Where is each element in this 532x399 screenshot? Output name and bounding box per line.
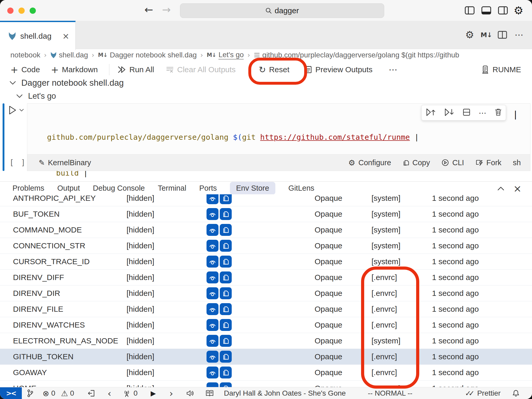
table-row[interactable]: GITHUB_TOKEN [hidden] Opaque [.envrc] 1 … [0,349,532,365]
execute-above-button[interactable] [425,108,436,118]
copy-secret-button[interactable] [220,335,232,347]
reveal-secret-button[interactable] [207,240,218,252]
panel-close-icon[interactable]: × [512,183,523,194]
copy-secret-button[interactable] [220,367,232,378]
reveal-secret-button[interactable] [207,335,218,347]
copy-secret-button[interactable] [220,382,232,387]
reveal-secret-button[interactable] [207,351,218,363]
reading-indicator[interactable] [205,387,214,399]
prettier-indicator[interactable]: ✓✓ Prettier [465,387,501,399]
configure-button[interactable]: ⚙ Configure [348,158,391,167]
reveal-secret-button[interactable] [207,194,218,204]
back-button[interactable]: ← [144,4,153,16]
panel-tab-debug-console[interactable]: Debug Console [93,182,145,195]
table-row[interactable]: ANTHROPIC_API_KEY [hidden] Opaque [syste… [0,194,532,206]
runme-button[interactable]: RUNME [481,61,521,78]
focus-indicator[interactable] [87,387,95,399]
cell-language[interactable]: sh [513,158,521,167]
chevron-right-indicator[interactable]: › [169,387,173,399]
reveal-secret-button[interactable] [207,382,218,387]
minimize-traffic-light[interactable] [18,8,25,14]
cell-more-actions-icon[interactable]: ⋯ [479,108,487,117]
more-actions-icon[interactable]: ⋯ [512,29,526,41]
panel-tab-env-store[interactable]: Env Store [230,182,275,195]
toggle-panel-button[interactable] [480,5,493,16]
panel-tab-output[interactable]: Output [57,182,80,195]
reset-button[interactable]: ↻ Reset [259,61,289,78]
notebook-settings-gear-icon[interactable]: ⚙ [463,29,476,41]
copy-button[interactable]: Copy [403,158,430,167]
copy-secret-button[interactable] [220,303,232,315]
vim-mode-indicator[interactable]: -- NORMAL -- [368,387,413,399]
toggle-secondary-sidebar-button[interactable] [497,5,509,16]
breadcrumb-item[interactable]: notebook [10,51,40,59]
kernel-selector[interactable]: ✎ KernelBinary [39,158,91,167]
chevron-down-icon[interactable] [9,81,16,85]
table-row[interactable]: GOAWAY [hidden] Opaque [.envrc] 1 second… [0,365,532,381]
cli-button[interactable]: CLI [441,158,464,167]
copy-secret-button[interactable] [220,271,232,283]
copy-secret-button[interactable] [220,194,232,204]
delete-cell-button[interactable] [495,108,502,117]
run-cell-button[interactable] [8,105,24,115]
markdown-export-icon[interactable]: M↓ [480,29,493,41]
breadcrumb-item[interactable]: M↓Let's go [207,51,244,59]
split-editor-icon[interactable] [496,29,509,41]
now-playing-text[interactable]: Daryl Hall & John Oates - She's Gone [224,387,346,399]
copy-secret-button[interactable] [220,224,232,236]
run-all-button[interactable]: Run All [117,61,154,78]
close-traffic-light[interactable] [7,8,14,14]
table-row[interactable]: DIRENV_DIR [hidden] Opaque [.envrc] 1 se… [0,285,532,301]
panel-tab-gitlens[interactable]: GitLens [288,182,314,195]
forward-button[interactable]: → [162,4,171,16]
breadcrumb-item[interactable]: github.com/purpleclay/daggerverse/golang… [254,51,459,59]
copy-secret-button[interactable] [220,319,232,331]
copy-secret-button[interactable] [220,256,232,268]
source-control-indicator[interactable] [26,387,34,399]
reveal-secret-button[interactable] [207,256,218,268]
code-link[interactable]: https://github.com/stateful/runme [260,133,410,142]
execute-below-button[interactable] [444,108,454,118]
chevron-down-icon[interactable] [16,94,23,98]
volume-indicator[interactable] [186,387,194,399]
copy-secret-button[interactable] [220,240,232,252]
panel-maximize-icon[interactable] [496,183,506,194]
table-row[interactable]: CONNECTION_STR [hidden] Opaque [system] … [0,238,532,254]
command-center-search[interactable]: dagger [180,3,384,18]
reveal-secret-button[interactable] [207,224,218,236]
broadcast-indicator[interactable]: 0 [123,387,138,399]
table-row[interactable]: CURSOR_TRACE_ID [hidden] Opaque [system]… [0,254,532,270]
copy-secret-button[interactable] [220,351,232,363]
add-markdown-cell-button[interactable]: + Markdown [51,61,98,78]
chevron-down-icon[interactable] [19,109,24,112]
play-indicator[interactable]: ▶ [151,387,156,399]
preview-outputs-button[interactable]: Preview Outputs [305,61,373,78]
table-row[interactable]: HOME [hidden] Opaque [system] 1 second a… [0,381,532,387]
panel-tab-problems[interactable]: Problems [12,182,44,195]
reveal-secret-button[interactable] [207,303,218,315]
reveal-secret-button[interactable] [207,208,218,220]
add-code-cell-button[interactable]: + Code [10,61,40,78]
breadcrumb-item[interactable]: M↓Dagger notebook shell.dag [98,51,197,59]
panel-tab-terminal[interactable]: Terminal [158,182,186,195]
table-row[interactable]: DIRENV_DIFF [hidden] Opaque [.envrc] 1 s… [0,270,532,285]
settings-gear-icon[interactable]: ⚙ [512,5,525,16]
reveal-secret-button[interactable] [207,287,218,299]
table-row[interactable]: DIRENV_FILE [hidden] Opaque [.envrc] 1 s… [0,301,532,317]
notifications-bell[interactable] [512,387,520,399]
panel-tab-ports[interactable]: Ports [199,182,217,195]
split-cell-button[interactable] [462,108,471,117]
table-row[interactable]: COMMAND_MODE [hidden] Opaque [system] 1 … [0,222,532,238]
reveal-secret-button[interactable] [207,271,218,283]
copy-secret-button[interactable] [220,287,232,299]
chevron-left-indicator[interactable]: ‹ [108,387,111,399]
remote-indicator[interactable]: >< [0,387,22,399]
zoom-traffic-light[interactable] [30,8,36,14]
problems-indicator[interactable]: ⊗ 0 ⚠ 0 [43,387,74,399]
fork-button[interactable]: Fork [475,158,501,167]
table-row[interactable]: DIRENV_WATCHES [hidden] Opaque [.envrc] … [0,317,532,333]
breadcrumb-item[interactable]: shell.dag [50,51,88,59]
table-row[interactable]: BUF_TOKEN [hidden] Opaque [system] 1 sec… [0,206,532,222]
reveal-secret-button[interactable] [207,367,218,378]
toolbar-more-icon[interactable]: ⋯ [389,61,397,78]
